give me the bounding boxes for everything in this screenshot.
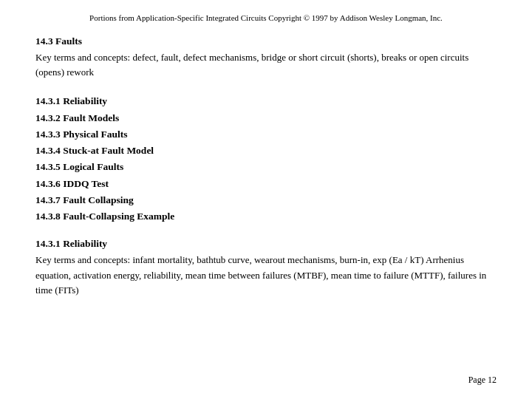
- section-intro: Key terms and concepts: defect, fault, d…: [35, 50, 497, 80]
- page-header: Portions from Application-Specific Integ…: [35, 13, 497, 22]
- subsection-title: 14.3.1 Reliability: [35, 238, 497, 250]
- toc-item: 14.3.7 Fault Collapsing: [35, 192, 497, 208]
- toc-item: 14.3.1 Reliability: [35, 93, 497, 109]
- toc-item: 14.3.4 Stuck-at Fault Model: [35, 143, 497, 159]
- toc-item: 14.3.5 Logical Faults: [35, 159, 497, 175]
- page-number: Page 12: [468, 375, 497, 386]
- toc-block: 14.3.1 Reliability14.3.2 Fault Models14.…: [35, 93, 497, 225]
- toc-item: 14.3.6 IDDQ Test: [35, 176, 497, 192]
- section-title: 14.3 Faults: [35, 35, 497, 47]
- subsection-body: Key terms and concepts: infant mortality…: [35, 253, 497, 297]
- page-container: Portions from Application-Specific Integ…: [0, 0, 532, 399]
- header-text: Portions from Application-Specific Integ…: [89, 13, 443, 22]
- toc-item: 14.3.8 Fault-Collapsing Example: [35, 208, 497, 225]
- toc-item: 14.3.3 Physical Faults: [35, 126, 497, 143]
- toc-item: 14.3.2 Fault Models: [35, 110, 497, 126]
